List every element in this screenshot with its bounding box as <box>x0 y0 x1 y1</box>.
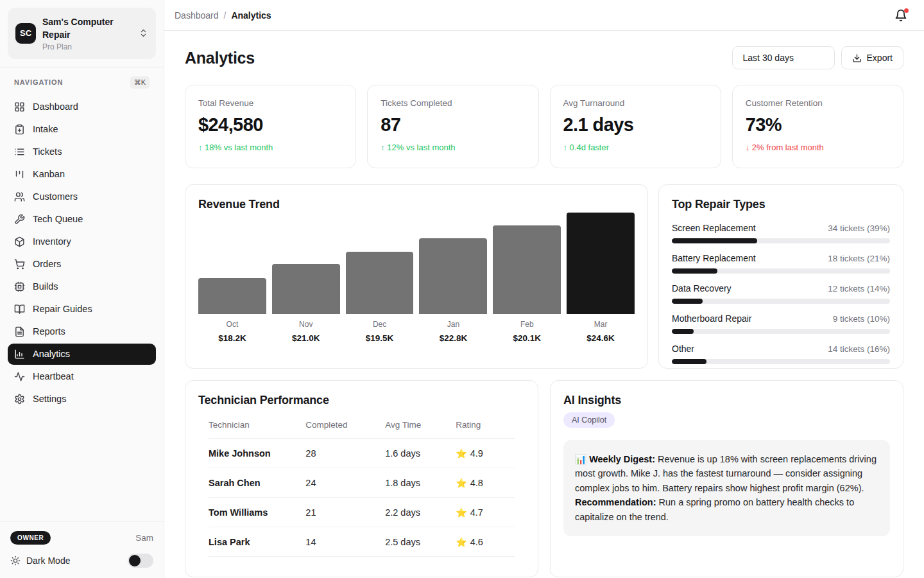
dark-mode-toggle[interactable] <box>128 554 153 568</box>
bar-zone <box>567 213 635 314</box>
book-open-icon <box>14 304 25 315</box>
repair-progress-fill <box>672 329 694 334</box>
stat-card-avg-turnaround: Avg Turnaround 2.1 days ↑ 0.4d faster <box>550 85 721 168</box>
sidebar-item-label: Analytics <box>33 349 70 359</box>
technician-name: Mike Johnson <box>209 448 305 459</box>
technician-performance-title: Technician Performance <box>198 394 525 407</box>
top-repair-types-title: Top Repair Types <box>672 198 890 211</box>
repair-progress-fill <box>672 299 703 304</box>
stats-grid: Total Revenue $24,580 ↑ 18% vs last mont… <box>185 85 903 168</box>
repair-progress-track <box>672 268 890 274</box>
sidebar-item-label: Repair Guides <box>33 304 92 314</box>
notifications-button[interactable] <box>894 9 907 22</box>
sidebar-item-label: Heartbeat <box>33 371 74 381</box>
repair-type-header: Data Recovery 12 tickets (14%) <box>672 283 890 293</box>
sidebar-header: SC Sam's Computer Repair Pro Plan <box>0 0 164 67</box>
revenue-trend-title: Revenue Trend <box>198 198 635 211</box>
repair-type-header: Motherboard Repair 9 tickets (10%) <box>672 313 890 324</box>
sidebar-item-settings[interactable]: Settings <box>8 389 156 410</box>
stat-label: Avg Turnaround <box>563 98 708 108</box>
technician-avg-time: 1.6 days <box>385 448 456 459</box>
workspace-switcher[interactable]: SC Sam's Computer Repair Pro Plan <box>8 8 156 59</box>
repair-type-name: Other <box>672 344 694 354</box>
technician-table: Technician Completed Avg Time Rating Mik… <box>209 420 515 557</box>
sidebar-item-customers[interactable]: Customers <box>8 186 156 207</box>
stat-value: 73% <box>746 114 890 136</box>
technician-avg-time: 1.8 days <box>385 478 456 488</box>
ai-copilot-badge: AI Copilot <box>563 412 615 428</box>
bar-column: Oct$18.2K <box>198 213 266 343</box>
technician-completed: 24 <box>305 478 385 488</box>
workspace-plan: Pro Plan <box>42 42 132 51</box>
top-repair-types-card: Top Repair Types Screen Replacement 34 t… <box>658 184 903 369</box>
technician-avg-time: 2.5 days <box>385 537 456 547</box>
bar-value-label: $18.2K <box>198 333 266 343</box>
sidebar-item-label: Orders <box>33 259 61 269</box>
repair-type-count: 18 tickets (21%) <box>828 254 890 263</box>
sidebar: SC Sam's Computer Repair Pro Plan NAVIGA… <box>0 0 164 578</box>
bar-month-label: Nov <box>272 320 340 329</box>
bar-value-label: $24.6K <box>567 333 635 343</box>
repair-type-name: Screen Replacement <box>672 223 756 233</box>
export-label: Export <box>867 53 893 63</box>
sidebar-item-analytics[interactable]: Analytics <box>8 344 156 365</box>
sidebar-item-inventory[interactable]: Inventory <box>8 231 156 252</box>
table-row: Sarah Chen 24 1.8 days ⭐4.8 <box>209 468 515 498</box>
sidebar-item-tickets[interactable]: Tickets <box>8 141 156 162</box>
repair-type-count: 9 tickets (10%) <box>833 314 890 324</box>
wrench-icon <box>14 214 25 225</box>
bar-value-label: $22.8K <box>419 333 487 343</box>
kanban-icon <box>14 169 25 180</box>
technician-rating: ⭐4.8 <box>456 478 515 488</box>
weekly-digest-box: 📊 Weekly Digest: Revenue is up 18% with … <box>563 440 890 536</box>
technician-name: Tom Williams <box>209 507 305 518</box>
table-row: Mike Johnson 28 1.6 days ⭐4.9 <box>209 439 515 468</box>
sidebar-item-heartbeat[interactable]: Heartbeat <box>8 366 156 387</box>
bar-value-label: $19.5K <box>346 333 414 343</box>
ai-insights-title: AI Insights <box>563 394 890 407</box>
sidebar-item-tech-queue[interactable]: Tech Queue <box>8 209 156 230</box>
date-range-select[interactable]: Last 30 days <box>732 46 835 69</box>
sidebar-item-orders[interactable]: Orders <box>8 254 156 275</box>
sidebar-item-reports[interactable]: Reports <box>8 321 156 342</box>
clipboard-plus-icon <box>14 124 25 135</box>
sidebar-item-kanban[interactable]: Kanban <box>8 164 156 185</box>
sidebar-item-label: Builds <box>33 281 58 292</box>
gear-icon <box>14 394 25 405</box>
sidebar-item-dashboard[interactable]: Dashboard <box>8 96 156 118</box>
dark-mode-label: Dark Mode <box>26 556 122 566</box>
sidebar-item-label: Customers <box>33 191 78 202</box>
sidebar-item-intake[interactable]: Intake <box>8 119 156 140</box>
stat-delta: ↑ 18% vs last month <box>198 143 343 152</box>
stat-label: Customer Retention <box>746 98 890 108</box>
repair-progress-track <box>672 329 890 334</box>
bar-column: Feb$20.1K <box>493 213 561 343</box>
column-header-rating: Rating <box>456 420 515 430</box>
recommendation-label: Recommendation: <box>575 497 656 507</box>
breadcrumb-dashboard[interactable]: Dashboard <box>175 10 219 21</box>
command-k-shortcut[interactable]: ⌘K <box>130 76 150 89</box>
sidebar-item-repair-guides[interactable]: Repair Guides <box>8 299 156 320</box>
sidebar-item-label: Kanban <box>33 169 65 179</box>
sidebar-item-label: Tickets <box>33 146 62 157</box>
breadcrumb-analytics: Analytics <box>231 10 271 21</box>
technician-rating: ⭐4.7 <box>456 507 515 518</box>
toggle-knob <box>129 555 141 566</box>
rating-value: 4.9 <box>470 448 483 459</box>
page-title: Analytics <box>185 49 255 67</box>
shopping-cart-icon <box>14 259 25 270</box>
repair-type-name: Data Recovery <box>672 283 732 293</box>
sidebar-item-builds[interactable]: Builds <box>8 276 156 297</box>
stat-value: 2.1 days <box>563 114 708 136</box>
users-icon <box>14 191 25 202</box>
bar-zone <box>272 213 340 314</box>
revenue-bars: Oct$18.2KNov$21.0KDec$19.5KJan$22.8KFeb$… <box>198 213 635 343</box>
repair-progress-fill <box>672 359 706 364</box>
sun-icon <box>10 556 21 566</box>
table-row: Tom Williams 21 2.2 days ⭐4.7 <box>209 498 515 527</box>
column-header-technician: Technician <box>209 420 305 430</box>
repair-type-name: Motherboard Repair <box>672 313 752 324</box>
sidebar-nav: NAVIGATION ⌘K Dashboard Intake Tickets K… <box>0 67 164 521</box>
cpu-icon <box>14 281 25 292</box>
export-button[interactable]: Export <box>841 46 903 69</box>
